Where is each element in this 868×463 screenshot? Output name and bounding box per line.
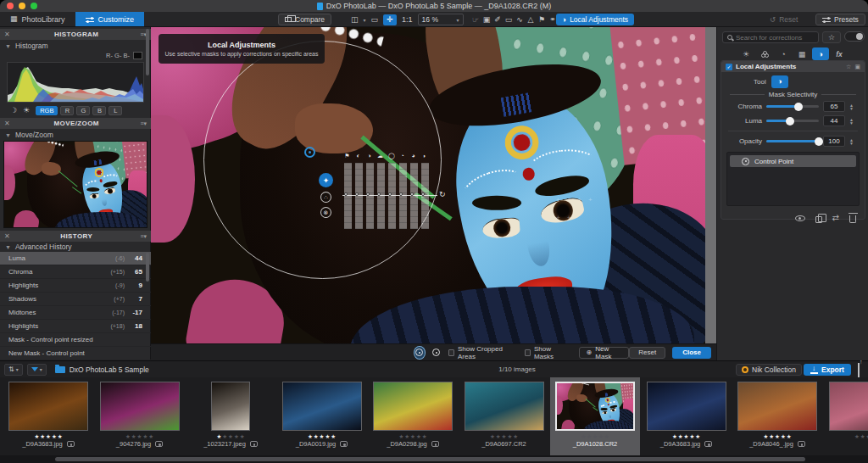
- history-item[interactable]: Luma(-6)44: [0, 252, 151, 265]
- palette-header[interactable]: ✓ Local Adjustments ☆ ▣: [721, 61, 865, 72]
- equalizer-slider-handle[interactable]: [410, 192, 414, 196]
- filmstrip-thumbnail[interactable]: ★★★★★_D9A3683.jpg: [3, 377, 93, 455]
- zoom-level-select[interactable]: 16 %▾: [418, 14, 464, 25]
- equalizer-slider-handle[interactable]: [421, 192, 425, 196]
- equalizer-slider-handle[interactable]: [355, 192, 359, 196]
- channel-g[interactable]: G: [76, 106, 90, 115]
- luma-value[interactable]: 44: [823, 115, 845, 126]
- equalizer-slider-handle[interactable]: [388, 192, 392, 196]
- rotate-handle-icon[interactable]: ↻: [439, 190, 446, 198]
- horizon-tool-icon[interactable]: ▭: [504, 15, 513, 24]
- filmstrip-thumbnail[interactable]: ★★★★★_D9A8046_.jpg: [732, 377, 822, 455]
- rating-stars[interactable]: ★★★★★: [186, 433, 275, 439]
- search-input[interactable]: [736, 34, 814, 42]
- temperature-icon[interactable]: ◕: [410, 153, 416, 159]
- close-icon[interactable]: ✕: [4, 31, 13, 38]
- rating-stars[interactable]: ★★★★★: [550, 433, 640, 439]
- detail-tab-icon[interactable]: ◔: [775, 47, 792, 60]
- filmstrip-thumbnail[interactable]: ★★★★★: [824, 377, 868, 455]
- histogram-section[interactable]: ▼ Histogram: [0, 41, 151, 51]
- fit-screen-icon[interactable]: ▭: [371, 15, 379, 24]
- filmstrip-thumbnail[interactable]: ★★★★★_D9A0697.CR2: [459, 377, 549, 455]
- image-canvas[interactable]: ⚑◐◑☁◯◔◕◗ ↻ ✦ ∴ ⊗ Local Adjustments Use s…: [151, 27, 716, 360]
- saturation-icon[interactable]: ◔: [399, 153, 405, 159]
- opacity-slider[interactable]: [766, 140, 819, 142]
- new-mask-button[interactable]: ⊕New Mask: [579, 347, 630, 359]
- history-item[interactable]: Shadows(+7)7: [0, 293, 151, 306]
- filmstrip-thumbnail[interactable]: ★★★★★_D9A0019.jpg: [277, 377, 367, 455]
- microcontrast-icon[interactable]: ◑: [366, 153, 372, 159]
- equalizer-slider[interactable]: [399, 163, 407, 229]
- chroma-value[interactable]: 65: [823, 101, 845, 112]
- channel-l[interactable]: L: [108, 106, 122, 115]
- exposure-icon[interactable]: ⚑: [344, 153, 350, 159]
- left-panel-scrollbar[interactable]: [146, 29, 149, 75]
- smoke-icon[interactable]: ☁: [377, 153, 383, 159]
- mask-close-button[interactable]: Close: [672, 347, 711, 359]
- luma-slider[interactable]: [766, 120, 819, 122]
- equalizer-slider-handle[interactable]: [344, 192, 348, 196]
- palette-enabled-checkbox[interactable]: ✓: [726, 64, 732, 70]
- geometry-tab-icon[interactable]: ▦: [793, 47, 810, 60]
- channel-rgb[interactable]: RGB: [36, 106, 58, 115]
- effects-tab-icon[interactable]: fx: [831, 47, 848, 60]
- compare-button[interactable]: Compare: [278, 13, 331, 26]
- filmstrip-thumbnail[interactable]: ★★★★★_D9A0298.jpg: [368, 377, 458, 455]
- invert-mask-icon[interactable]: ⇄: [832, 214, 839, 222]
- local-adjustment-equalizer[interactable]: ⚑◐◑☁◯◔◕◗ ↻ ✦ ∴ ⊗: [319, 153, 454, 241]
- history-item[interactable]: Mask - Control point resized: [0, 333, 151, 347]
- control-point-anchor[interactable]: [304, 147, 315, 158]
- equalizer-slider[interactable]: [355, 163, 363, 229]
- channel-r[interactable]: R: [60, 106, 74, 115]
- rating-stars[interactable]: ★★★★★: [824, 433, 868, 439]
- history-section[interactable]: ▼ Advanced History: [0, 242, 151, 252]
- rating-stars[interactable]: ★★★★★: [732, 433, 822, 439]
- rating-stars[interactable]: ★★★★★: [459, 433, 549, 439]
- delete-mask-icon[interactable]: [849, 215, 856, 223]
- chroma-stepper[interactable]: ▲▼: [849, 103, 854, 110]
- perspective-tool-icon[interactable]: △: [526, 15, 535, 24]
- filter-button[interactable]: ▾: [27, 364, 47, 376]
- equalizer-slider[interactable]: [344, 163, 352, 229]
- crop-tool-icon[interactable]: ▣: [482, 15, 491, 24]
- filmstrip-scrollbar[interactable]: [0, 455, 868, 463]
- toolbar-reset-button[interactable]: ↺Reset: [770, 13, 798, 26]
- filmstrip-thumbnail[interactable]: ★★★★★_D9A3683.jpg: [642, 377, 732, 455]
- scrollbar-thumb[interactable]: [55, 457, 805, 461]
- equalizer-slider-handle[interactable]: [399, 192, 403, 196]
- split-view-icon[interactable]: ◫: [351, 15, 359, 24]
- mask-visibility-icon[interactable]: [795, 215, 805, 221]
- panel-menu-icon[interactable]: ≡▾: [140, 233, 147, 240]
- vibrance-icon[interactable]: ◯: [388, 153, 394, 159]
- duplicate-mask-icon[interactable]: [815, 216, 822, 223]
- filmstrip-thumbnail[interactable]: ★★★★★_D9A1028.CR2: [550, 377, 640, 455]
- tab-customize[interactable]: Customize: [75, 12, 145, 26]
- control-point-add-button[interactable]: [431, 347, 442, 359]
- pipette-tool-icon[interactable]: ✐: [493, 15, 502, 24]
- equalizer-slider-handle[interactable]: [366, 192, 370, 196]
- history-item[interactable]: Midtones(-17)-17: [0, 306, 151, 320]
- favorite-star-icon[interactable]: ☆: [846, 64, 851, 70]
- history-item[interactable]: Highlights(+18)18: [0, 320, 151, 333]
- light-category-icon[interactable]: ✦: [319, 173, 333, 187]
- rating-stars[interactable]: ★★★★★: [642, 433, 732, 439]
- reshape-tool-icon[interactable]: ∿: [515, 15, 524, 24]
- history-item[interactable]: Chroma(+15)65: [0, 265, 151, 279]
- show-cropped-areas-checkbox[interactable]: Show Cropped Areas: [448, 345, 513, 360]
- corrections-toggle[interactable]: [844, 31, 865, 42]
- rating-stars[interactable]: ★★★★★: [277, 433, 367, 439]
- channel-b[interactable]: B: [92, 106, 106, 115]
- search-corrections-field[interactable]: [722, 31, 819, 43]
- control-point-mask-row[interactable]: Control Point: [730, 155, 856, 167]
- history-scrollbar[interactable]: [146, 253, 149, 282]
- shadow-clipping-icon[interactable]: ☽: [10, 106, 17, 114]
- export-button[interactable]: Export: [804, 364, 851, 376]
- local-adjustment-tool-button[interactable]: ◑: [771, 75, 788, 88]
- rating-stars[interactable]: ★★★★★: [95, 433, 185, 439]
- tint-icon[interactable]: ◗: [421, 153, 427, 159]
- split-view-caret[interactable]: ▾: [364, 17, 366, 23]
- local-adjustments-button[interactable]: ◑Local Adjustments: [556, 13, 634, 26]
- light-tab-icon[interactable]: ☀: [737, 47, 754, 60]
- rating-stars[interactable]: ★★★★★: [3, 433, 93, 439]
- hand-tool-icon[interactable]: ☞: [471, 15, 480, 24]
